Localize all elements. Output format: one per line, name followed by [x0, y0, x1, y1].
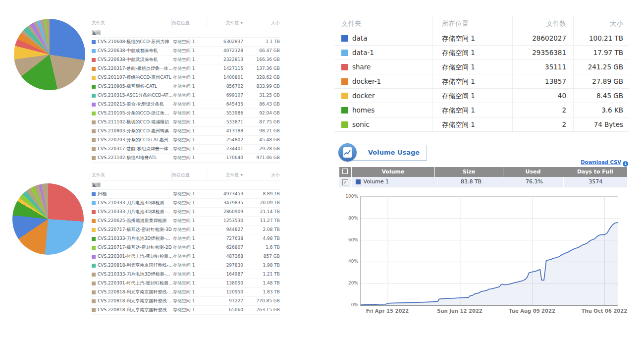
column-location[interactable]: 所在位置: [171, 170, 207, 180]
folder-size: 763.15 GB: [243, 306, 280, 314]
folder-link[interactable]: CVS.220317-楚能-极组点焊叠一体机-定位: [98, 145, 173, 153]
folder-count: 944827: [208, 226, 243, 234]
column-location[interactable]: 所在位置: [171, 18, 207, 28]
y-axis-label: 60%: [342, 237, 358, 242]
folder-count: 413188: [208, 127, 243, 135]
column-size[interactable]: 大小: [243, 170, 280, 180]
volume-row: ✓ Volume 1 83.8 TB 76.3% 3574: [339, 177, 627, 187]
folder-link[interactable]: docker-1: [352, 74, 381, 88]
table-row: CVS.210905-极耳翻折-CATL 存储空间 1 856702 833.9…: [92, 82, 280, 91]
folder-location: 存储空间 1: [173, 199, 208, 207]
folder-link[interactable]: CVS.220818-利元亨南京国轩整线-底板激光焊屏...: [98, 297, 173, 305]
folder-link[interactable]: CVS.220703-分条的CCD+AI-惠州蜂巢: [98, 136, 173, 144]
usage-area-fill: [361, 223, 618, 305]
folder-link[interactable]: CVS.210333-刀片电池3D焊检测-重庆: [98, 270, 173, 279]
folder-color-swatch: [92, 138, 96, 142]
folder-location: 存储空间 1: [173, 226, 208, 234]
column-location[interactable]: 所在位置: [433, 16, 513, 31]
folder-link[interactable]: homes: [352, 103, 375, 117]
folder-link[interactable]: CVS.210905-极耳翻折-CATL: [98, 82, 157, 91]
folder-count: 533871: [208, 118, 243, 126]
back-link[interactable]: 返回: [92, 28, 280, 38]
column-count[interactable]: 文件数▼: [207, 170, 243, 180]
storage-analyzer-page: 文件夹 所在位置 文件数▼ 大小 返回 CVS.210608-模组的CCD-苏州…: [0, 0, 644, 340]
volume-size: 83.8 TB: [437, 177, 505, 187]
back-link[interactable]: 返回: [92, 180, 280, 190]
folder-location: 存储空间 1: [173, 56, 208, 64]
table-row: CVS.220638-中航武汉涂布机 存储空间 1 2322813 166.36…: [92, 56, 280, 64]
folder-link[interactable]: CVS.220301-时代上汽-密封钉检测-2D: [98, 279, 173, 287]
folder-link[interactable]: CVS.220638-中航武汉涂布机: [98, 56, 158, 64]
column-count[interactable]: 文件数▼: [207, 18, 243, 28]
folder-link[interactable]: CVS.210333-刀片电池3D焊检测-无为-2期: [98, 199, 173, 207]
column-size[interactable]: 大小: [574, 16, 629, 31]
folder-link[interactable]: CVS.210333-刀片电池3D焊检测-宁乡: [98, 208, 173, 216]
table-row: CVS.220215-混合-化型设分条机 存储空间 1 645435 86.43…: [92, 100, 280, 109]
folder-size: 66.47 GB: [243, 47, 280, 55]
column-folder[interactable]: 文件夹: [334, 16, 433, 31]
folder-link[interactable]: CVS.211102-模切的CCD-瑞浦模切: [98, 118, 169, 126]
folder-count: 856702: [208, 82, 243, 91]
y-axis-label: 80%: [342, 216, 358, 221]
column-folder[interactable]: 文件夹: [92, 18, 171, 28]
folder-location: 存储空间 1: [173, 47, 208, 55]
folder-link[interactable]: 归档: [98, 190, 107, 198]
folder-link[interactable]: CVS.210333-刀片电池3D焊检测-坪山: [98, 234, 173, 243]
column-size[interactable]: 大小: [243, 18, 280, 28]
download-csv-link[interactable]: Download CSV: [581, 160, 621, 165]
folder-location: 存储空间 1: [173, 127, 208, 135]
table-row: CVS.210105-分条的CCD-浙江衡威（兰溪） 存储空间 1 553986…: [92, 109, 280, 118]
folder-link[interactable]: CVS.220301-时代上汽-密封钉检测-3D: [98, 252, 173, 261]
folder-color-swatch: [92, 308, 96, 312]
folder-size: 4.98 TB: [243, 234, 280, 243]
folder-link[interactable]: CVS.220818-利元亨南京国轩整线-密封钉: [98, 306, 173, 314]
folder-color-swatch: [92, 255, 96, 259]
folder-link[interactable]: CVS.220818-利元亨南京国轩整线-顶盖焊-3D: [98, 261, 173, 270]
folder-link[interactable]: CVS.220818-利元亨南京国轩整线-顶盖焊-2D: [98, 288, 173, 296]
folder-link[interactable]: CVS.220317-楚能-极组点焊叠一体机-缺陷检测: [98, 64, 173, 73]
table-row: data 存储空间 1 28602027 100.21 TB: [334, 31, 629, 46]
folder-size: 241.25 GB: [574, 60, 629, 74]
column-folder[interactable]: 文件夹: [92, 170, 171, 180]
volume-name: Volume 1: [364, 177, 389, 187]
folder-link[interactable]: data-1: [352, 46, 374, 59]
folder-link[interactable]: CVS.201107-模组的CCD-惠州CATL: [98, 73, 171, 82]
folder-link[interactable]: share: [352, 60, 371, 74]
folder-location: 存储空间 1: [173, 190, 208, 198]
folder-color-swatch: [92, 237, 96, 241]
table-row: CVS.220818-利元亨南京国轩整线-密封钉 存储空间 1 65060 76…: [92, 306, 280, 315]
folder-link[interactable]: CVS.210105-分条的CCD-浙江衡威（兰溪）: [98, 109, 173, 117]
folder-size: 137.36 GB: [243, 64, 280, 73]
folder-link[interactable]: CVS.220717-极耳达-密封钉检测-3D: [98, 226, 172, 234]
folder-link[interactable]: CVS.210315-ASC1分条的CCD-ATL分条机: [98, 91, 173, 100]
folder-link[interactable]: CVS.221102-极组AI堆叠ATL: [98, 154, 157, 162]
folder-color-swatch: [92, 85, 96, 89]
table-row: CVS.210803-分条的CCD-惠州蜂巢 存储空间 1 413188 98.…: [92, 127, 280, 136]
column-count[interactable]: 文件数: [513, 16, 574, 31]
row-checkbox[interactable]: ✓: [339, 177, 352, 187]
folder-link[interactable]: CVS.220638-中航成都涂布机: [98, 47, 158, 55]
folder-color-swatch: [92, 129, 96, 133]
folder-location: 存储空间 1: [173, 100, 208, 109]
folder-link[interactable]: data: [352, 31, 367, 45]
pie-chart-folders-top: [14, 19, 85, 90]
folder-count: 170640: [208, 154, 243, 162]
folder-link[interactable]: sonic: [352, 117, 370, 131]
folder-link[interactable]: CVS.210608-模组的CCD-苏州力神: [98, 38, 169, 46]
folder-location: 存储空间 1: [173, 154, 208, 162]
table-row: CVS.220301-时代上汽-密封钉检测-2D 存储空间 1 138050 1…: [92, 279, 280, 288]
folder-color-swatch: [92, 219, 96, 223]
folder-color-swatch: [92, 147, 96, 151]
folder-link[interactable]: CVS.210803-分条的CCD-惠州蜂巢: [98, 127, 169, 135]
folder-link[interactable]: CVS.220717-极耳达-密封钉检测-2D: [98, 243, 172, 252]
folder-size: 328.62 GB: [243, 73, 280, 82]
table-row: CVS.220317-楚能-极组点焊叠一体机-缺陷检测 存储空间 1 14271…: [92, 64, 280, 73]
folder-link[interactable]: CVS.220215-混合-化型设分条机: [98, 100, 164, 109]
folder-count: 1427115: [208, 64, 243, 73]
select-all-checkbox[interactable]: [339, 167, 352, 177]
folder-color-swatch: [341, 50, 348, 56]
download-icon[interactable]: ↓: [623, 161, 628, 167]
folder-count: 164987: [208, 270, 243, 279]
folder-link[interactable]: CVS.220625-温州瑞浦质量焊检测: [98, 217, 167, 225]
folder-link[interactable]: docker: [352, 89, 375, 103]
